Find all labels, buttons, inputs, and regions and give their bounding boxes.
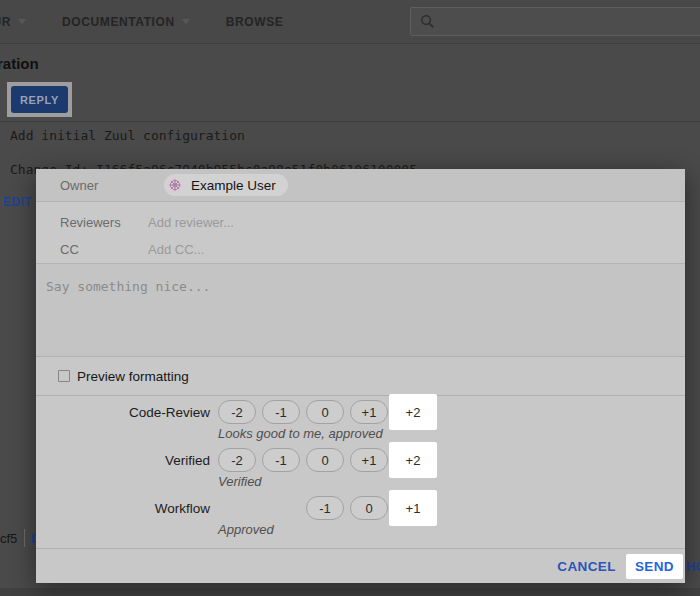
vote-row: Workflow-10+1Approved bbox=[36, 496, 685, 541]
vote-row: Verified-2-10+1+2Verified bbox=[36, 448, 685, 493]
reply-button[interactable]: REPLY bbox=[11, 86, 68, 113]
preview-formatting-checkbox[interactable] bbox=[58, 370, 70, 382]
vote-pill--1[interactable]: -1 bbox=[306, 496, 344, 520]
reviewers-row: Reviewers bbox=[60, 209, 685, 236]
owner-label: Owner bbox=[60, 178, 148, 193]
reply-highlight-box: REPLY bbox=[7, 82, 72, 117]
nav-item-label: DOCUMENTATION bbox=[62, 15, 175, 29]
divider bbox=[0, 121, 700, 122]
vote-label: Verified bbox=[36, 453, 210, 468]
vote-line: Verified-2-10+1+2 bbox=[36, 448, 685, 472]
background-link-fragment[interactable]: HO bbox=[686, 559, 700, 574]
vote-pill-+2[interactable]: +2 bbox=[394, 448, 432, 472]
avatar-icon bbox=[166, 176, 184, 194]
nav-item-documentation[interactable]: DOCUMENTATION bbox=[62, 15, 190, 29]
commit-message: Add initial Zuul configuration bbox=[10, 128, 245, 143]
send-highlight-box: SEND bbox=[626, 554, 683, 579]
vote-rows: Code-Review-2-10+1+2Looks good to me, ap… bbox=[36, 396, 685, 548]
vote-pill-+1[interactable]: +1 bbox=[394, 496, 432, 520]
vote-pill--1[interactable]: -1 bbox=[262, 400, 300, 424]
owner-row: Owner Example User bbox=[36, 169, 685, 202]
vote-pill-+2[interactable]: +2 bbox=[394, 400, 432, 424]
chevron-down-icon bbox=[18, 19, 26, 24]
people-section: Reviewers CC bbox=[36, 202, 685, 264]
page-footer-strip bbox=[0, 588, 700, 596]
gerrit-change-page: YOUR DOCUMENTATION BROWSE ration REPLY A… bbox=[0, 0, 700, 596]
vote-hint: Verified bbox=[218, 474, 685, 493]
vote-pill-+1[interactable]: +1 bbox=[350, 448, 388, 472]
vote-hint: Looks good to me, approved bbox=[218, 426, 685, 445]
vote-pill--2[interactable]: -2 bbox=[218, 400, 256, 424]
search-input[interactable] bbox=[435, 14, 700, 29]
vote-pill--2[interactable]: -2 bbox=[218, 448, 256, 472]
chevron-down-icon bbox=[182, 19, 190, 24]
owner-name: Example User bbox=[191, 178, 276, 193]
vote-spacer bbox=[218, 508, 306, 509]
edit-link[interactable]: EDIT bbox=[3, 195, 32, 209]
search-icon bbox=[420, 14, 435, 29]
preview-formatting-label: Preview formatting bbox=[77, 369, 189, 384]
divider bbox=[24, 529, 25, 547]
cc-label: CC bbox=[60, 242, 148, 257]
vote-line: Workflow-10+1 bbox=[36, 496, 685, 520]
add-reviewer-input[interactable] bbox=[148, 215, 448, 230]
vote-pill--1[interactable]: -1 bbox=[262, 448, 300, 472]
vote-label: Workflow bbox=[36, 501, 210, 516]
owner-chip[interactable]: Example User bbox=[164, 174, 288, 196]
vote-pill-0[interactable]: 0 bbox=[306, 400, 344, 424]
top-navigation-bar: YOUR DOCUMENTATION BROWSE bbox=[0, 0, 700, 44]
nav-item-label: BROWSE bbox=[226, 15, 284, 29]
search-box[interactable] bbox=[410, 7, 700, 36]
message-placeholder: Say something nice... bbox=[46, 279, 675, 294]
nav-item-your[interactable]: YOUR bbox=[0, 15, 26, 29]
reply-dialog: Owner Example User Revi bbox=[36, 169, 685, 583]
preview-row: Preview formatting bbox=[36, 357, 685, 396]
message-textarea[interactable]: Say something nice... bbox=[36, 264, 685, 357]
commit-sha-fragment: cf5 bbox=[0, 531, 17, 546]
dialog-footer: CANCEL SEND bbox=[36, 548, 685, 583]
send-button[interactable]: SEND bbox=[635, 559, 674, 574]
cancel-button[interactable]: CANCEL bbox=[557, 559, 616, 574]
vote-label: Code-Review bbox=[36, 405, 210, 420]
nav-item-browse[interactable]: BROWSE bbox=[226, 15, 284, 29]
vote-pill-+1[interactable]: +1 bbox=[350, 400, 388, 424]
nav-menu: YOUR DOCUMENTATION BROWSE bbox=[0, 15, 319, 29]
nav-item-label: YOUR bbox=[0, 15, 11, 29]
add-cc-input[interactable] bbox=[148, 242, 448, 257]
cc-row: CC bbox=[60, 236, 685, 263]
change-title: ration bbox=[0, 55, 39, 72]
vote-hint: Approved bbox=[218, 522, 685, 541]
vote-row: Code-Review-2-10+1+2Looks good to me, ap… bbox=[36, 400, 685, 445]
vote-pill-0[interactable]: 0 bbox=[306, 448, 344, 472]
reviewers-label: Reviewers bbox=[60, 215, 148, 230]
vote-line: Code-Review-2-10+1+2 bbox=[36, 400, 685, 424]
vote-pill-0[interactable]: 0 bbox=[350, 496, 388, 520]
